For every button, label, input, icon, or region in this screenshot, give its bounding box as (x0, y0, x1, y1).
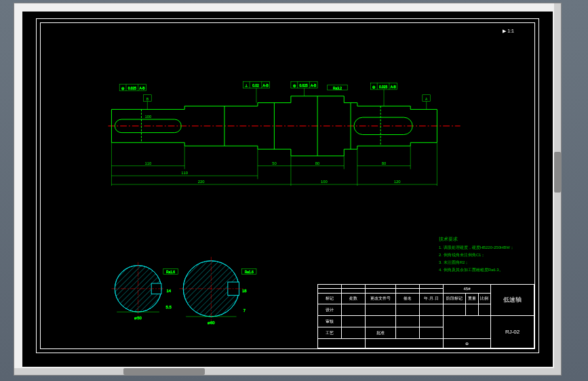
geo-tol-3: ◎ 0.025 A-B (291, 81, 317, 96)
dim-span-1: 220 (198, 180, 205, 184)
horizontal-scrollbar[interactable] (14, 368, 561, 375)
geo-tol-1: ◎ 0.025 A-B (119, 84, 146, 91)
geo-tol-2: ⊥ 0.02 A-B (243, 81, 269, 102)
part-name-cell: 低速轴 (491, 285, 534, 316)
row-proc: 工艺 (318, 327, 342, 339)
arrow-icon: ▶ (503, 28, 506, 33)
sec-r-kd: 7 (243, 308, 246, 313)
svg-text:A-B: A-B (263, 84, 269, 87)
scroll-thumb-h[interactable] (123, 368, 205, 375)
svg-text:Ra1.6: Ra1.6 (166, 270, 175, 274)
svg-text:◎: ◎ (372, 85, 376, 89)
datum-b: B (143, 95, 151, 110)
dim-seg-6: 80 (382, 161, 387, 165)
sec-r-kw: 18 (242, 289, 247, 293)
hdr-mark: 标记 (318, 293, 342, 304)
geo-tol-surf: Ra3.2 (328, 85, 347, 90)
dim-kw-left: 100 (144, 115, 152, 119)
hdr-doc: 更改文件号 (366, 293, 396, 304)
geo-tol-4: ◎ 0.025 A-B (370, 83, 397, 106)
view-cube-icon: ⊕ (443, 338, 490, 348)
hdr-date: 年.月.日 (419, 293, 443, 304)
title-block: 45# 低速轴 标记 处数 更改文件号 签名 年.月.日 阶段标记 重量 (317, 284, 534, 348)
dim-seg-1: 110 (144, 161, 152, 165)
svg-text:Ra3.2: Ra3.2 (333, 87, 342, 90)
tech-note-2: 2. 倒角锐角未注倒角C1； (439, 252, 514, 259)
drawing-no-cell: RJ-02 (491, 316, 534, 348)
dim-seg-4: 80 (315, 161, 320, 165)
svg-text:0.025: 0.025 (299, 84, 307, 87)
hdr-sign: 签名 (395, 293, 419, 304)
svg-text:0.025: 0.025 (128, 87, 136, 90)
material-cell: 45# (443, 285, 490, 294)
hdr-weight: 重量 (466, 293, 478, 304)
drawing-border-inner: 110 50 80 80 110 220 100 120 100 B (40, 22, 535, 349)
technical-notes: 技术要求 1. 调质处理硬度，硬度HB220-250HBW； 2. 倒角锐角未注… (439, 235, 514, 274)
svg-text:0.02: 0.02 (252, 84, 259, 87)
svg-text:A-B: A-B (139, 87, 144, 90)
svg-text:0.025: 0.025 (379, 85, 387, 89)
sec-r-dia: ⌀60 (208, 321, 215, 325)
section-left (111, 262, 164, 315)
dim-seg-2s: 110 (181, 171, 189, 175)
cad-viewer-panel: 110 50 80 80 110 220 100 120 100 B (14, 3, 562, 376)
row-check: 审核 (318, 316, 342, 327)
main-shaft-view (109, 96, 460, 156)
row-appr: 批准 (366, 327, 396, 339)
dim-span-3: 120 (394, 180, 401, 184)
svg-text:A: A (425, 98, 428, 101)
dim-seg-3: 50 (272, 161, 277, 165)
hdr-stage: 阶段标记 (443, 293, 465, 304)
hdr-qty: 处数 (342, 293, 366, 304)
scale-reference: ▶ 1:1 (503, 28, 514, 34)
svg-text:B: B (146, 98, 149, 101)
svg-text:A-B: A-B (391, 85, 396, 89)
scroll-thumb-v[interactable] (554, 152, 561, 193)
tech-note-3: 3. 未注圆角R2； (439, 259, 514, 266)
svg-text:◎: ◎ (293, 84, 296, 87)
svg-text:Ra1.6: Ra1.6 (245, 270, 254, 274)
drawing-sheet: 110 50 80 80 110 220 100 120 100 B (22, 12, 553, 367)
sec-l-kw: 14 (166, 289, 171, 293)
tech-notes-title: 技术要求 (439, 235, 514, 243)
hdr-scale: 比例 (478, 293, 490, 304)
tech-note-4: 4. 倒角及其余加工面粗糙度Ra6.3。 (439, 266, 514, 274)
sec-l-kd: 5.5 (166, 305, 172, 309)
svg-text:◎: ◎ (121, 87, 125, 90)
svg-text:A-B: A-B (311, 84, 316, 87)
sec-l-dia: ⌀50 (134, 316, 142, 320)
section-right (179, 257, 243, 321)
row-design: 设计 (318, 304, 342, 316)
dim-span-2: 100 (321, 180, 328, 184)
vertical-scrollbar[interactable] (554, 3, 561, 375)
drawing-border-outer: 110 50 80 80 110 220 100 120 100 B (36, 18, 539, 353)
svg-text:⊥: ⊥ (245, 84, 248, 87)
tech-note-1: 1. 调质处理硬度，硬度HB220-250HBW； (439, 244, 514, 252)
datum-a: A (423, 95, 431, 110)
